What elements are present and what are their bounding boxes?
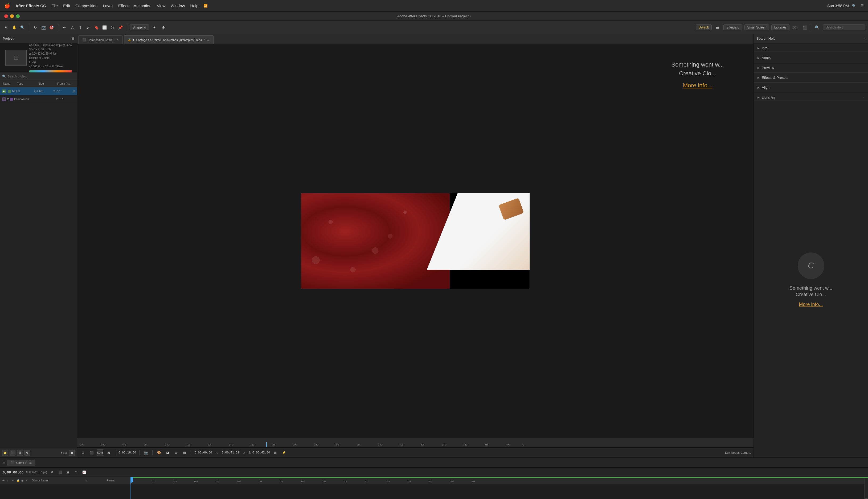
scroll-thumb-v[interactable] xyxy=(865,498,868,499)
ruler-ticks: 00s 02s 04s 06s 08s 10s 12s 14s 16s 18s … xyxy=(80,438,751,447)
footage-tab-menu[interactable]: ☰ xyxy=(207,38,209,41)
col-fps-header[interactable]: Frame Ra... xyxy=(56,82,75,85)
search-help-input[interactable] xyxy=(823,24,865,31)
timeline-scrollbar-v[interactable] xyxy=(864,477,868,499)
timeline-close-btn[interactable]: ✕ xyxy=(3,461,5,465)
footage-btn[interactable]: 🎞 xyxy=(17,450,23,456)
new-comp-btn[interactable]: ⬛ xyxy=(10,450,15,456)
effects-presets-header[interactable]: ▶ Effects & Presets xyxy=(754,73,868,82)
rotate-tool[interactable]: ↻ xyxy=(32,24,39,31)
search-icon-btn[interactable]: 🔍 xyxy=(813,24,821,31)
layer-menu[interactable]: Layer xyxy=(103,3,113,8)
file-menu[interactable]: File xyxy=(51,3,58,8)
parent-pick-whip[interactable]: ↺ xyxy=(49,470,55,475)
effect-menu[interactable]: Effect xyxy=(118,3,129,8)
comp-tab-close[interactable]: ✕ xyxy=(117,38,119,41)
viewer-alpha-btn[interactable]: ◪ xyxy=(164,449,171,456)
roto-brush[interactable]: ⬡ xyxy=(109,24,116,31)
viewer-timeline-ruler[interactable]: 00s 02s 04s 06s 08s 10s 12s 14s 16s 18s … xyxy=(77,438,754,447)
help-menu[interactable]: Help xyxy=(190,3,198,8)
workspace-standard[interactable]: Standard xyxy=(723,24,742,31)
comp1-timeline-tab[interactable]: ⬛ Comp 1 ☰ xyxy=(8,460,35,466)
comp-tab[interactable]: ⬛ Composition Comp 1 ✕ xyxy=(78,35,123,44)
viewer-grid-btn[interactable]: ⬛ xyxy=(88,449,95,456)
switches-col: fx xyxy=(85,479,107,482)
maximize-button[interactable] xyxy=(16,14,20,18)
viewer-color-btn[interactable]: 🎨 xyxy=(156,449,162,456)
text-tool[interactable]: T xyxy=(77,24,84,31)
timeline-current-time[interactable]: 0;00;00;00 xyxy=(3,470,23,474)
puppet-pin[interactable]: 📌 xyxy=(117,24,124,31)
video-item-extra[interactable]: ⊞ xyxy=(73,90,75,93)
minimize-button[interactable] xyxy=(10,14,14,18)
viewer-overlay-btn[interactable]: ⊕ xyxy=(173,449,179,456)
project-panel-menu[interactable]: ☰ xyxy=(71,37,74,40)
brush-tool[interactable]: 🖌 xyxy=(85,24,92,31)
footage-tab-close[interactable]: ✕ xyxy=(204,38,206,41)
orbit-camera[interactable]: 🎯 xyxy=(48,24,55,31)
unify-camera[interactable]: 📷 xyxy=(40,24,47,31)
right-panel-expand[interactable]: » xyxy=(864,37,865,40)
view-menu[interactable]: View xyxy=(157,3,166,8)
cc-more-info-link[interactable]: More info... xyxy=(683,82,712,89)
apple-menu[interactable]: 🍎 xyxy=(4,3,10,9)
preview-section-header[interactable]: ▶ Preview xyxy=(754,63,868,72)
snapping-extra[interactable]: ⊕ xyxy=(160,24,167,31)
viewer-grid2-btn[interactable]: ⊞ xyxy=(181,449,188,456)
zoom-fit-btn[interactable]: ⊠ xyxy=(106,449,112,456)
zoom-tool[interactable]: 🔍 xyxy=(19,24,26,31)
delete-btn[interactable]: 🗑 xyxy=(24,450,30,456)
workspace-default[interactable]: Default xyxy=(696,24,712,31)
align-section-header[interactable]: ▶ Align xyxy=(754,83,868,92)
workspace-icon[interactable]: ⬛ xyxy=(801,24,809,31)
video-item-icon: ▶ xyxy=(2,89,6,93)
snapping-button[interactable]: Snapping xyxy=(130,24,149,31)
project-item-video[interactable]: ▶ 4K-Chim...mp4 MPEG 252 MB 29.97 ⊞ xyxy=(0,87,77,95)
mask-feather[interactable]: △ xyxy=(69,24,76,31)
selection-tool[interactable]: ↖ xyxy=(3,24,10,31)
draft-3d-btn[interactable]: ⬡ xyxy=(73,470,79,475)
close-button[interactable] xyxy=(4,14,8,18)
col-size-header[interactable]: Size xyxy=(38,82,56,85)
graph-editor-btn[interactable]: 📈 xyxy=(81,470,87,475)
workspace-libraries[interactable]: Libraries xyxy=(771,24,790,31)
pen-tool[interactable]: ✒ xyxy=(61,24,68,31)
col-name-header[interactable]: Name xyxy=(2,82,13,85)
spotlight-icon[interactable]: 🔍 xyxy=(852,4,856,8)
new-folder-btn[interactable]: 📁 xyxy=(2,450,8,456)
libraries-expand-icon[interactable]: ≡ xyxy=(863,96,864,99)
quick-preview[interactable]: ⚡ xyxy=(281,449,287,456)
info-section-header[interactable]: ▶ Info xyxy=(754,43,868,53)
tr-14s: 14s xyxy=(280,480,283,483)
bpc-btn[interactable]: ◼ xyxy=(69,450,75,456)
video-item-size: 252 MB xyxy=(34,90,52,93)
animation-menu[interactable]: Animation xyxy=(134,3,151,8)
region-of-interest[interactable]: ⊞ xyxy=(272,449,279,456)
video-item-color xyxy=(8,90,11,93)
edit-menu[interactable]: Edit xyxy=(63,3,70,8)
camera-icon-btn[interactable]: 📷 xyxy=(143,449,149,456)
viewer-settings-btn[interactable]: ⊞ xyxy=(80,449,86,456)
hand-tool[interactable]: ✋ xyxy=(11,24,18,31)
snapping-options[interactable]: ✦ xyxy=(151,24,158,31)
composition-menu[interactable]: Composition xyxy=(75,3,97,8)
more-info-link[interactable]: More info... xyxy=(799,302,823,307)
workspace-small-screen[interactable]: Small Screen xyxy=(744,24,769,31)
clone-stamp[interactable]: 🔖 xyxy=(93,24,100,31)
workspace-menu-icon[interactable]: ☰ xyxy=(714,24,721,31)
project-item-comp[interactable]: ⬛ Comp 1 Composition 29.97 xyxy=(0,95,77,103)
solo-btn[interactable]: ⬛ xyxy=(57,470,63,475)
footage-tab[interactable]: 🔒 ▶ Footage 4K-Chimei-inn-60mbps (4ksamp… xyxy=(124,35,213,44)
notification-icon[interactable]: ☰ xyxy=(861,4,864,8)
comp1-tab-menu[interactable]: ☰ xyxy=(29,461,32,464)
audio-section-header[interactable]: ▶ Audio xyxy=(754,53,868,63)
motion-blur-btn[interactable]: ◉ xyxy=(65,470,71,475)
more-workspaces[interactable]: >> xyxy=(792,24,799,31)
zoom-selector[interactable]: 50% xyxy=(97,449,103,456)
eraser-tool[interactable]: ⬜ xyxy=(101,24,108,31)
window-menu[interactable]: Window xyxy=(171,3,185,8)
project-search-input[interactable] xyxy=(8,75,75,78)
col-type-header[interactable]: Type xyxy=(16,82,38,85)
libraries-section-header[interactable]: ▶ Libraries ≡ xyxy=(754,93,868,102)
app-menu[interactable]: After Effects CC xyxy=(15,3,46,8)
